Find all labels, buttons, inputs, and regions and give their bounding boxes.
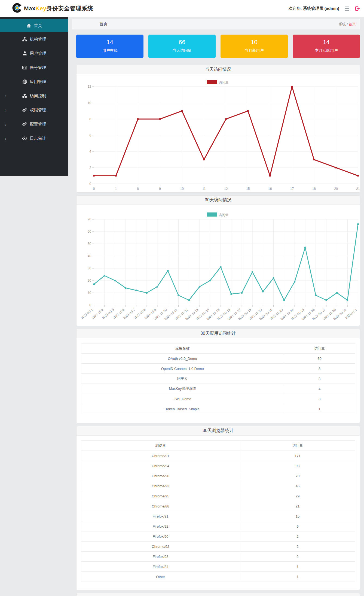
svg-text:10: 10 [88, 291, 91, 295]
table-row: OAuth v2.0_Demo60 [81, 354, 355, 364]
logout-icon[interactable] [355, 6, 360, 11]
sidebar-item-audit[interactable]: ›日志审计 [0, 131, 68, 145]
table-cell: Firefox/90 [81, 531, 240, 542]
table-row: MaxKey管理系统4 [81, 384, 355, 394]
column-header: 浏览器 [81, 441, 240, 451]
stat-label: 当月新用户 [221, 48, 288, 53]
svg-text:60: 60 [88, 230, 91, 233]
table-cell: 1 [240, 572, 355, 582]
svg-text:2021-11-1: 2021-11-1 [345, 308, 357, 319]
table-cell: 1 [240, 562, 355, 572]
table-cell: 60 [284, 354, 355, 364]
stat-card-new-users-month: 10 当月新用户 [221, 35, 288, 58]
cogs-icon [22, 122, 27, 127]
svg-text:10: 10 [180, 187, 184, 191]
table-cell: JWT Demo [81, 394, 284, 404]
page-title: 首页 [99, 22, 108, 27]
table-cell: Chrome/93 [81, 481, 240, 491]
browser-stats-table: 浏览器访问量Chrome/91171Chrome/9493Chrome/9070… [77, 436, 360, 582]
svg-text:16: 16 [268, 187, 272, 191]
home-icon [26, 23, 32, 28]
svg-text:20: 20 [334, 187, 338, 191]
sidebar-item-label: 访问控制 [30, 93, 46, 99]
table-cell: Chrome/91 [81, 451, 240, 461]
column-header: 访问量 [284, 343, 355, 354]
cubes-icon [22, 93, 27, 98]
table-row: 阿里云8 [81, 374, 355, 384]
menu-toggle-icon[interactable] [345, 7, 349, 11]
svg-text:50: 50 [88, 242, 91, 246]
app-header: MaxKey身份安全管理系统 欢迎您: 系统管理员 (admin) [0, 0, 364, 17]
svg-text:17: 17 [290, 187, 294, 191]
table-cell: Chrome/95 [81, 491, 240, 501]
sidebar-item-org[interactable]: 机构管理 [0, 32, 68, 46]
table-row: Chrome/9346 [81, 481, 355, 491]
legend-swatch [207, 80, 217, 84]
legend-swatch [207, 212, 217, 217]
table-cell: 171 [240, 451, 355, 461]
table-cell: Firefox/91 [81, 511, 240, 521]
chevron-right-icon: › [5, 122, 7, 127]
sidebar-item-perm[interactable]: ›权限管理 [0, 103, 68, 117]
sidebar-item-config[interactable]: ›配置管理 [0, 117, 68, 131]
svg-text:21: 21 [356, 187, 360, 191]
breadcrumb-bar: 首页 系统 / 首页 [72, 19, 360, 29]
table-row: Other1 [81, 572, 355, 582]
panel-title: 30天访问情况 [77, 196, 360, 205]
sidebar-item-app[interactable]: 应用管理 [0, 75, 68, 89]
maxkey-logo-icon [12, 3, 22, 14]
table-cell: 1 [284, 404, 355, 414]
panel-title: 30天应用访问统计 [77, 329, 360, 338]
table-row: Firefox/932 [81, 552, 355, 562]
table-row: Firefox/902 [81, 531, 355, 542]
svg-text:8: 8 [89, 117, 91, 121]
breadcrumb-system-link[interactable]: 系统 [339, 22, 346, 26]
stat-value: 14 [76, 39, 143, 46]
sidebar-item-access[interactable]: ›访问控制 [0, 89, 68, 103]
svg-text:4: 4 [89, 150, 91, 153]
table-cell: Firefox/92 [81, 521, 240, 531]
table-cell: 2 [240, 542, 355, 552]
panel-title: 30天浏览器统计 [77, 426, 360, 436]
table-row: Chrome/9493 [81, 461, 355, 471]
sidebar-item-label: 账号管理 [30, 65, 46, 70]
sidebar-item-account[interactable]: 账号管理 [0, 60, 68, 75]
line-chart-svg: 0246810120189101112151617182021访问量 [77, 74, 360, 193]
stat-label: 当天访问量 [148, 48, 216, 53]
stat-card-online-users: 14 用户在线 [76, 35, 143, 58]
table-cell: Chrome/88 [81, 501, 240, 511]
sidebar: 首页机构管理用户管理账号管理应用管理›访问控制›权限管理›配置管理›日志审计 [0, 17, 68, 176]
sidebar-item-user[interactable]: 用户管理 [0, 46, 68, 60]
line-chart-svg: 0102030405060702021-10-12021-10-22021-10… [77, 205, 360, 326]
panel-today-visits-chart: 当天访问情况 0246810120189101112151617182021访问… [76, 65, 360, 193]
table-cell: 70 [240, 471, 355, 481]
svg-text:9: 9 [159, 187, 161, 191]
breadcrumb: 系统 / 首页 [339, 22, 356, 27]
globe-icon [22, 79, 27, 84]
table-row: OpenID Connect 1.0 Demo8 [81, 364, 355, 374]
table-row: Chrome/8821 [81, 501, 355, 511]
table-cell: Chrome/92 [81, 542, 240, 552]
sidebar-item-label: 配置管理 [30, 122, 46, 127]
table-cell: Token_Based_Simple [81, 404, 284, 414]
table-cell: 2 [240, 552, 355, 562]
stat-card-active-users-month: 14 本月活跃用户 [293, 35, 360, 58]
app-title: MaxKey身份安全管理系统 [24, 5, 93, 12]
sitemap-icon [22, 37, 27, 42]
sidebar-item-home[interactable]: 首页 [0, 19, 68, 32]
table-cell: 阿里云 [81, 374, 284, 384]
svg-text:18: 18 [312, 187, 316, 191]
svg-text:2: 2 [89, 166, 91, 170]
sidebar-item-label: 日志审计 [30, 136, 46, 141]
app-logo: MaxKey身份安全管理系统 [12, 3, 93, 14]
sidebar-item-label: 用户管理 [30, 51, 46, 56]
stat-label: 用户在线 [76, 48, 143, 53]
monthly-visits-line-chart: 0102030405060702021-10-12021-10-22021-10… [77, 205, 360, 326]
panel-app-visit-stats: 30天应用访问统计 应用名称访问量OAuth v2.0_Demo60OpenID… [76, 329, 360, 423]
chevron-right-icon: › [5, 94, 7, 98]
breadcrumb-home-link[interactable]: 首页 [349, 22, 356, 26]
table-row: Chrome/9070 [81, 471, 355, 481]
table-row: Chrome/91171 [81, 451, 355, 461]
table-cell: 8 [284, 364, 355, 374]
id-card-icon [22, 65, 27, 70]
